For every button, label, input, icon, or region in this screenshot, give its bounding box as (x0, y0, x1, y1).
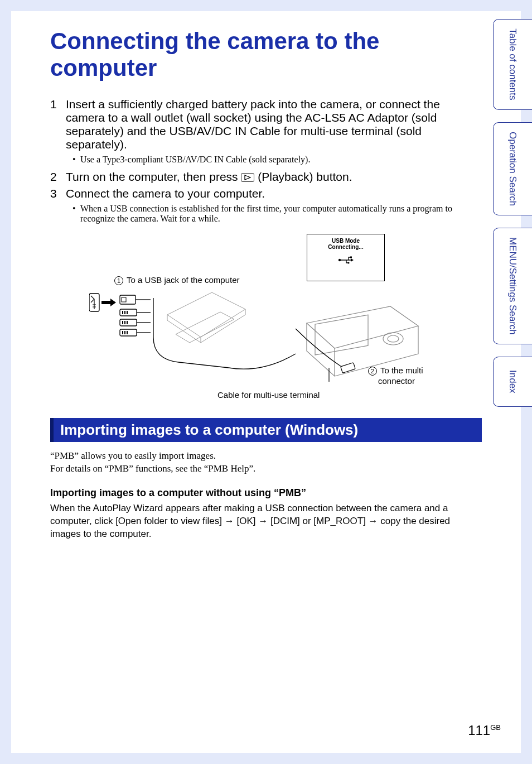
svg-marker-6 (101, 299, 116, 306)
svg-rect-21 (122, 331, 123, 334)
circled-2: 2 (368, 367, 377, 376)
svg-rect-18 (127, 321, 128, 324)
step-text: Turn on the computer, then press (Playba… (66, 170, 482, 184)
callout2-l1: To the multi (378, 366, 423, 375)
callout-multi-connector: 2 To the multi connector (368, 365, 423, 387)
svg-point-3 (347, 262, 349, 263)
svg-rect-2 (350, 256, 352, 258)
sub-heading: Importing images to a computer without u… (50, 487, 482, 499)
callout-usb-jack: 1 To a USB jack of the computer (114, 275, 240, 285)
bullet-text: Use a Type3-compliant USB/AV/DC IN Cable… (80, 155, 310, 165)
step-2: 2 Turn on the computer, then press (Play… (50, 170, 482, 184)
step-number: 1 (50, 98, 66, 151)
body-pmb-2: For details on “PMB” functions, see the … (50, 463, 482, 475)
svg-point-1 (338, 258, 341, 261)
page-num-value: 111 (468, 723, 490, 738)
connection-diagram: USB Mode Connecting... 1 To a USB jack o… (50, 234, 482, 401)
svg-rect-12 (124, 311, 125, 314)
step-number: 3 (50, 187, 66, 200)
svg-rect-16 (122, 321, 123, 324)
bullet-text: When a USB connection is established for… (80, 204, 482, 224)
svg-rect-23 (127, 331, 128, 334)
step-number: 2 (50, 170, 66, 184)
svg-rect-13 (127, 311, 128, 314)
step-text: Insert a sufficiently charged battery pa… (66, 98, 482, 151)
screen-line2: Connecting... (307, 244, 384, 250)
svg-marker-4 (351, 258, 354, 262)
tab-table-of-contents[interactable]: Table of contents (493, 19, 532, 110)
step-3: 3 Connect the camera to your computer. (50, 187, 482, 200)
step-3-bullet: • When a USB connection is established f… (72, 204, 482, 224)
tab-menu-settings-search[interactable]: MENU/Settings Search (493, 228, 532, 344)
usb-icon (307, 254, 384, 268)
callout1-text: To a USB jack of the computer (124, 275, 240, 285)
body-without-pmb: When the AutoPlay Wizard appears after m… (50, 502, 482, 541)
step-text: Connect the camera to your computer. (66, 187, 482, 200)
svg-point-25 (383, 333, 403, 345)
svg-rect-7 (120, 295, 136, 304)
step2-post: (Playback) button. (258, 170, 352, 183)
laptop-illustration (89, 287, 301, 393)
side-tabs: Table of contents Operation Search MENU/… (493, 19, 532, 407)
camera-screen: USB Mode Connecting... (307, 234, 385, 281)
svg-marker-0 (245, 175, 250, 180)
body-pmb-1: “PMB” allows you to easily import images… (50, 450, 482, 463)
tab-operation-search[interactable]: Operation Search (493, 122, 532, 215)
tab-index[interactable]: Index (493, 357, 532, 407)
bullet-dot: • (72, 204, 80, 224)
svg-rect-11 (122, 311, 123, 314)
manual-page: Connecting the camera to the computer 1 … (11, 11, 521, 753)
screen-line1: USB Mode (307, 238, 384, 244)
section-heading: Importing images to a computer (Windows) (50, 418, 482, 442)
svg-rect-22 (124, 331, 125, 334)
svg-rect-27 (315, 315, 368, 355)
svg-point-26 (388, 335, 399, 342)
step-1-bullet: • Use a Type3-compliant USB/AV/DC IN Cab… (72, 155, 482, 165)
bullet-dot: • (72, 155, 80, 165)
page-number: 111GB (468, 723, 501, 738)
page-title: Connecting the camera to the computer (50, 28, 482, 82)
circled-1: 1 (114, 276, 123, 285)
page-suffix: GB (490, 723, 501, 732)
svg-rect-8 (122, 297, 126, 302)
step2-pre: Turn on the computer, then press (66, 170, 241, 183)
step-1: 1 Insert a sufficiently charged battery … (50, 98, 482, 151)
playback-icon (241, 173, 254, 182)
cable-label: Cable for multi-use terminal (217, 390, 320, 400)
callout2-l2: connector (378, 376, 415, 386)
svg-rect-17 (124, 321, 125, 324)
